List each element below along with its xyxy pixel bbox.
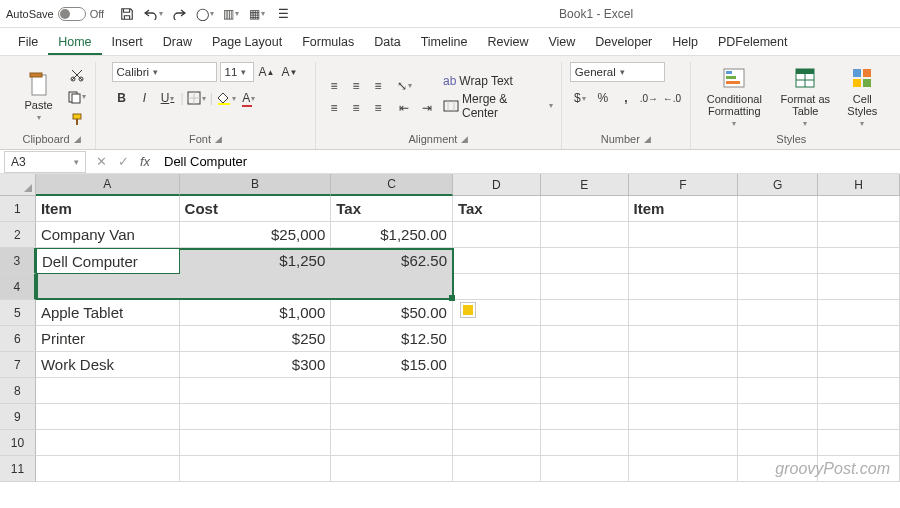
cell-A4[interactable] bbox=[36, 274, 180, 300]
italic-button[interactable]: I bbox=[135, 88, 155, 108]
cell-H2[interactable] bbox=[818, 222, 900, 248]
cell-B6[interactable]: $250 bbox=[180, 326, 332, 352]
tab-data[interactable]: Data bbox=[364, 31, 410, 55]
tab-developer[interactable]: Developer bbox=[585, 31, 662, 55]
align-top[interactable]: ≡ bbox=[324, 76, 344, 96]
insert-function-button[interactable]: fx bbox=[134, 151, 156, 173]
comma-button[interactable]: , bbox=[616, 88, 636, 108]
cell-E4[interactable] bbox=[541, 274, 629, 300]
font-size-select[interactable]: 11 bbox=[220, 62, 254, 82]
col-header-C[interactable]: C bbox=[331, 174, 453, 196]
align-center[interactable]: ≡ bbox=[346, 98, 366, 118]
col-header-A[interactable]: A bbox=[36, 174, 180, 196]
autosave[interactable]: AutoSave Off bbox=[6, 7, 104, 21]
row-header-6[interactable]: 6 bbox=[0, 326, 36, 352]
merge-center-button[interactable]: Merge & Center ▾ bbox=[443, 92, 553, 120]
row-header-8[interactable]: 8 bbox=[0, 378, 36, 404]
cell-F5[interactable] bbox=[629, 300, 739, 326]
col-header-B[interactable]: B bbox=[180, 174, 332, 196]
cell-B7[interactable]: $300 bbox=[180, 352, 332, 378]
col-header-F[interactable]: F bbox=[629, 174, 739, 196]
cell-C6[interactable]: $12.50 bbox=[331, 326, 453, 352]
cell-F7[interactable] bbox=[629, 352, 739, 378]
format-as-table-button[interactable]: Format as Table ▾ bbox=[776, 63, 834, 130]
cell-E2[interactable] bbox=[541, 222, 629, 248]
copy-button[interactable] bbox=[67, 87, 87, 107]
tab-home[interactable]: Home bbox=[48, 31, 101, 55]
currency-button[interactable]: $ bbox=[570, 88, 590, 108]
tab-draw[interactable]: Draw bbox=[153, 31, 202, 55]
cell-G2[interactable] bbox=[738, 222, 818, 248]
cell-H5[interactable] bbox=[818, 300, 900, 326]
underline-button[interactable]: U bbox=[158, 88, 178, 108]
cell-H4[interactable] bbox=[818, 274, 900, 300]
tab-timeline[interactable]: Timeline bbox=[411, 31, 478, 55]
paste-button[interactable]: Paste ▾ bbox=[17, 69, 61, 124]
row-header-7[interactable]: 7 bbox=[0, 352, 36, 378]
col-header-D[interactable]: D bbox=[453, 174, 541, 196]
font-color-button[interactable]: A bbox=[239, 88, 259, 108]
orientation-button[interactable]: ⤡ bbox=[394, 76, 414, 96]
cell-A2[interactable]: Company Van bbox=[36, 222, 180, 248]
tab-file[interactable]: File bbox=[8, 31, 48, 55]
select-all-button[interactable] bbox=[0, 174, 36, 196]
cell-D4[interactable] bbox=[453, 274, 541, 300]
formula-input[interactable] bbox=[156, 151, 900, 173]
align-left[interactable]: ≡ bbox=[324, 98, 344, 118]
cell-D6[interactable] bbox=[453, 326, 541, 352]
qat-extra-3[interactable]: ▦ bbox=[246, 3, 268, 25]
indent-decrease[interactable]: ⇤ bbox=[394, 98, 414, 118]
align-bottom[interactable]: ≡ bbox=[368, 76, 388, 96]
decrease-font-button[interactable]: A▼ bbox=[280, 62, 300, 82]
cell-A6[interactable]: Printer bbox=[36, 326, 180, 352]
cell-C4[interactable] bbox=[331, 274, 453, 300]
name-box[interactable]: A3 bbox=[4, 151, 86, 173]
conditional-formatting-button[interactable]: Conditional Formatting ▾ bbox=[698, 63, 770, 130]
cell-E6[interactable] bbox=[541, 326, 629, 352]
enter-formula-button[interactable]: ✓ bbox=[112, 151, 134, 173]
cell-E3[interactable] bbox=[541, 248, 629, 274]
save-icon[interactable] bbox=[116, 3, 138, 25]
cell-F6[interactable] bbox=[629, 326, 739, 352]
alignment-launcher[interactable]: ◢ bbox=[461, 134, 468, 144]
cell-C3[interactable]: $62.50 bbox=[331, 248, 453, 274]
cell-G5[interactable] bbox=[738, 300, 818, 326]
cut-button[interactable] bbox=[67, 65, 87, 85]
wrap-text-button[interactable]: ab Wrap Text bbox=[443, 74, 553, 88]
cell-C1[interactable]: Tax bbox=[331, 196, 453, 222]
insert-options-tag[interactable] bbox=[460, 302, 476, 318]
cell-A5[interactable]: Apple Tablet bbox=[36, 300, 180, 326]
cell-G1[interactable] bbox=[738, 196, 818, 222]
row-header-3[interactable]: 3 bbox=[0, 248, 36, 274]
fill-color-button[interactable] bbox=[216, 88, 236, 108]
cell-G4[interactable] bbox=[738, 274, 818, 300]
row-header-1[interactable]: 1 bbox=[0, 196, 36, 222]
font-face-select[interactable]: Calibri bbox=[112, 62, 217, 82]
cancel-formula-button[interactable]: ✕ bbox=[90, 151, 112, 173]
cell-C7[interactable]: $15.00 bbox=[331, 352, 453, 378]
border-button[interactable] bbox=[187, 88, 207, 108]
tab-page-layout[interactable]: Page Layout bbox=[202, 31, 292, 55]
row-header-10[interactable]: 10 bbox=[0, 430, 36, 456]
bold-button[interactable]: B bbox=[112, 88, 132, 108]
cell-styles-button[interactable]: Cell Styles ▾ bbox=[840, 63, 884, 130]
cell-F3[interactable] bbox=[629, 248, 739, 274]
align-middle[interactable]: ≡ bbox=[346, 76, 366, 96]
cell-G3[interactable] bbox=[738, 248, 818, 274]
indent-increase[interactable]: ⇥ bbox=[417, 98, 437, 118]
col-header-E[interactable]: E bbox=[541, 174, 629, 196]
undo-button[interactable] bbox=[142, 3, 164, 25]
cell-D7[interactable] bbox=[453, 352, 541, 378]
qat-extra-1[interactable]: ◯ bbox=[194, 3, 216, 25]
cell-A7[interactable]: Work Desk bbox=[36, 352, 180, 378]
cell-H1[interactable] bbox=[818, 196, 900, 222]
cell-D1[interactable]: Tax bbox=[453, 196, 541, 222]
tab-pdfelement[interactable]: PDFelement bbox=[708, 31, 797, 55]
touch-mouse-mode[interactable]: ☰ bbox=[272, 3, 294, 25]
row-header-5[interactable]: 5 bbox=[0, 300, 36, 326]
cell-B5[interactable]: $1,000 bbox=[180, 300, 332, 326]
cell-F1[interactable]: Item bbox=[629, 196, 739, 222]
cell-H6[interactable] bbox=[818, 326, 900, 352]
cell-B3[interactable]: $1,250 bbox=[180, 248, 332, 274]
cell-B4[interactable] bbox=[180, 274, 332, 300]
